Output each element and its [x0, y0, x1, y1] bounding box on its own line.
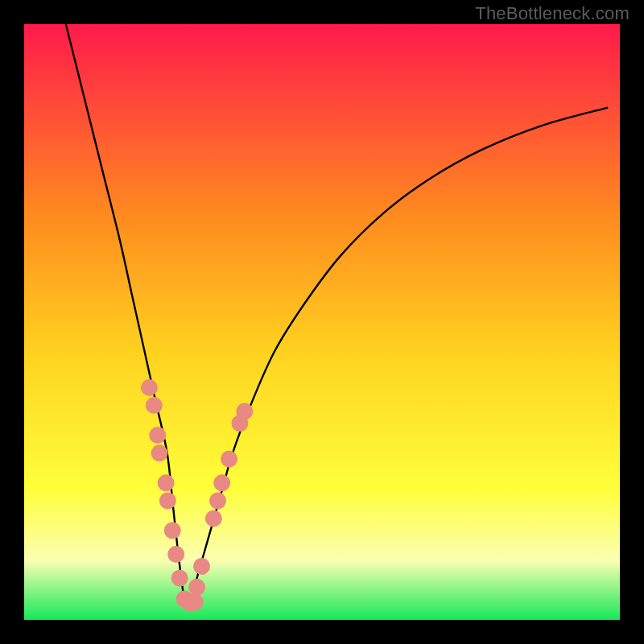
chart-svg [24, 24, 620, 620]
data-marker [188, 579, 205, 596]
data-marker [193, 558, 210, 575]
data-marker [141, 379, 158, 396]
data-marker [187, 593, 204, 610]
data-marker [205, 510, 222, 527]
data-marker [146, 397, 163, 414]
data-marker [236, 403, 253, 420]
plot-area [24, 24, 620, 620]
gradient-background [24, 24, 620, 620]
data-marker [158, 474, 175, 491]
data-marker [151, 444, 167, 461]
data-marker [221, 451, 237, 468]
data-marker [209, 493, 226, 510]
data-marker [149, 427, 166, 444]
data-marker [164, 522, 181, 539]
data-marker [171, 570, 188, 587]
watermark-label: TheBottleneck.com [475, 3, 630, 24]
data-marker [159, 493, 176, 510]
data-marker [167, 546, 184, 563]
data-marker [213, 474, 230, 491]
chart-frame: TheBottleneck.com [0, 0, 644, 644]
